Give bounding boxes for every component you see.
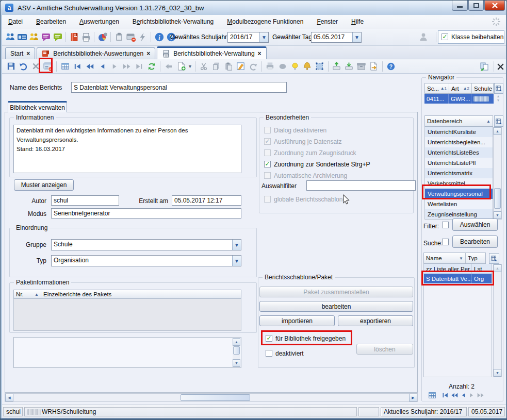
minimize-button[interactable] bbox=[452, 1, 468, 11]
paket-table-header[interactable]: Nr.▲ Einzelberichte des Pakets bbox=[13, 290, 241, 299]
tab-bibliothek-verwalten[interactable]: Bibliothek verwalten bbox=[8, 101, 67, 112]
report-library-icon[interactable] bbox=[80, 31, 91, 43]
gruppe-select[interactable]: Schule ▼ bbox=[51, 239, 241, 250]
archive-icon[interactable] bbox=[356, 61, 367, 72]
person-gray-icon[interactable] bbox=[418, 31, 429, 43]
list-item[interactable]: UnterrichtsListeBes bbox=[425, 147, 493, 158]
export-page-icon[interactable] bbox=[368, 61, 380, 72]
info-icon[interactable]: i bbox=[154, 31, 165, 43]
datenbereich-scrollbar[interactable]: ▲ ▼ bbox=[493, 127, 502, 220]
refresh-icon[interactable] bbox=[146, 61, 157, 72]
list-item[interactable]: Wertelisten bbox=[425, 199, 493, 209]
scroll-down-icon[interactable]: ▼ bbox=[494, 369, 501, 377]
selection-box-icon[interactable] bbox=[314, 61, 325, 72]
note-green-icon[interactable] bbox=[52, 31, 63, 43]
edit-icon[interactable] bbox=[235, 61, 247, 72]
school-scroll-arrows[interactable]: ▲▼ bbox=[495, 94, 502, 104]
bearbeiten-button[interactable]: bearbeiten bbox=[259, 301, 413, 312]
erstellt-am-input[interactable]: 05.05.2017 12:17 bbox=[172, 195, 241, 206]
scroll-up-icon[interactable]: ▲ bbox=[233, 338, 240, 346]
fast-forward-icon[interactable] bbox=[121, 61, 133, 72]
paste-icon[interactable] bbox=[223, 61, 234, 72]
menu-hilfe[interactable]: Hilfe bbox=[351, 18, 364, 25]
list-item[interactable]: Unterrichtsbegleiten... bbox=[425, 137, 493, 147]
schuljahr-select[interactable]: 2016/17 ▼ bbox=[227, 32, 269, 43]
upload-icon[interactable] bbox=[331, 61, 342, 72]
preview-icon[interactable] bbox=[277, 61, 288, 72]
loeschen-button[interactable]: löschen bbox=[356, 344, 413, 355]
scroll-left-icon[interactable]: ◀ bbox=[5, 394, 13, 401]
menu-berichtsbibliothek-verwaltung[interactable]: Berichtsbibliothek-Verwaltung bbox=[133, 18, 214, 25]
redo-icon[interactable] bbox=[248, 61, 259, 72]
next-record-icon[interactable] bbox=[109, 61, 120, 72]
zuordnung-sondertaste-checkbox[interactable]: ✓Zuordnung zur Sondertaste Strg+P bbox=[264, 161, 370, 168]
chevron-down-icon[interactable]: ▼ bbox=[352, 32, 361, 42]
reports-scrollbar[interactable]: ▲ ▼ bbox=[493, 264, 502, 377]
new-document-icon[interactable] bbox=[175, 61, 187, 72]
maximize-button[interactable] bbox=[468, 1, 484, 11]
menu-bearbeiten[interactable]: Bearbeiten bbox=[36, 18, 66, 25]
pupils-icon[interactable] bbox=[5, 31, 15, 43]
report-row-selected[interactable]: S Datenblatt Ve... Org bbox=[424, 274, 492, 283]
filter-checkbox[interactable]: ✓ bbox=[442, 222, 449, 228]
vertical-scrollbar[interactable]: ▲ ▼ bbox=[233, 338, 240, 367]
hint-icon[interactable] bbox=[289, 61, 301, 72]
next-record-icon[interactable] bbox=[468, 392, 475, 399]
report-row[interactable]: zz Liste aller Per... Lst bbox=[424, 264, 492, 274]
muster-anzeigen-button[interactable]: Muster anzeigen bbox=[14, 179, 74, 191]
list-item[interactable]: Unterrichtsmatrix bbox=[425, 168, 493, 178]
school-row[interactable]: 0411... GWR... bbox=[424, 94, 494, 104]
transfer-icon[interactable] bbox=[479, 61, 490, 72]
close-view-icon[interactable] bbox=[495, 61, 506, 72]
auswahlfilter-input[interactable] bbox=[306, 180, 416, 191]
datenbereich-grid-button[interactable] bbox=[494, 115, 503, 127]
fast-back-icon[interactable] bbox=[450, 392, 459, 399]
reports-table-header[interactable]: Name▼ Typ bbox=[423, 253, 486, 264]
tag-select[interactable]: 05.05.2017 ▼ bbox=[311, 32, 362, 43]
klasse-beibehalten-checkbox[interactable]: ✓ Klasse beibehalten bbox=[441, 33, 503, 41]
tab-close-icon[interactable]: × bbox=[26, 50, 30, 57]
list-item-selected[interactable]: Verwaltungspersonal bbox=[425, 189, 493, 199]
close-button[interactable] bbox=[484, 1, 505, 11]
list-item[interactable]: Verkehrsmittel bbox=[425, 178, 493, 189]
scroll-down-icon[interactable]: ▼ bbox=[233, 359, 240, 367]
scrollbar-thumb[interactable] bbox=[494, 188, 501, 209]
last-record-icon[interactable] bbox=[134, 61, 145, 72]
list-item[interactable]: UnterrichtsListePfl bbox=[425, 158, 493, 168]
list-item[interactable]: Zeugniseinstellung bbox=[425, 209, 493, 220]
clipboard-icon[interactable] bbox=[113, 31, 124, 43]
tab-close-icon[interactable]: × bbox=[258, 50, 261, 57]
automatische-archivierung-checkbox[interactable]: ✓Automatische Archivierung bbox=[264, 172, 347, 179]
print-icon[interactable] bbox=[265, 61, 276, 72]
chevron-down-icon[interactable]: ▼ bbox=[259, 32, 268, 42]
school-data-icon[interactable] bbox=[17, 31, 27, 43]
note-purple-icon[interactable] bbox=[40, 31, 51, 43]
suche-bearbeiten-button[interactable]: Bearbeiten bbox=[452, 236, 498, 248]
chevron-down-icon[interactable]: ▼ bbox=[232, 240, 241, 250]
tab-close-icon[interactable]: × bbox=[146, 50, 150, 57]
ausfuehrung-je-datensatz-checkbox[interactable]: ✓Ausführung je Datensatz bbox=[264, 138, 341, 145]
deaktiviert-checkbox[interactable]: ✓deaktiviert bbox=[266, 350, 304, 357]
datenbereich-header[interactable]: Datenbereich▲ bbox=[424, 115, 493, 127]
undo-icon[interactable] bbox=[18, 61, 29, 72]
fast-back-icon[interactable] bbox=[84, 61, 95, 72]
datatable-icon[interactable] bbox=[59, 61, 71, 72]
help-icon[interactable]: ? bbox=[385, 61, 397, 72]
school-table-header[interactable]: Sc...▲1 Art▲2 Schule bbox=[424, 83, 494, 94]
delete-record-icon[interactable] bbox=[42, 61, 54, 72]
horizontal-scrollbar[interactable]: ◀ ▶ bbox=[5, 393, 418, 402]
back-icon[interactable] bbox=[163, 61, 174, 72]
report-name-input[interactable]: S Datenblatt Verwaltungspersonal bbox=[71, 82, 287, 93]
tab-berichtsbibliothek-verwaltung[interactable]: Berichtsbibliothek-Verwaltung × bbox=[157, 46, 266, 59]
typ-select[interactable]: Organisation ▼ bbox=[51, 255, 241, 266]
save-icon[interactable] bbox=[5, 61, 17, 72]
reports-grid-button[interactable] bbox=[489, 253, 499, 264]
suche-checkbox[interactable]: ✓ bbox=[442, 239, 449, 245]
chevron-down-icon[interactable]: ▼ bbox=[232, 256, 241, 266]
auswaehlen-button[interactable]: Auswählen bbox=[452, 219, 498, 231]
globale-berichtsschablone-checkbox[interactable]: ✓globale Berichtsschablone bbox=[264, 196, 346, 203]
scrollbar-thumb[interactable] bbox=[233, 346, 240, 355]
flash-icon[interactable] bbox=[137, 31, 148, 43]
chevron-down-icon[interactable]: ▼ bbox=[188, 64, 192, 69]
previous-record-icon[interactable] bbox=[460, 392, 467, 399]
